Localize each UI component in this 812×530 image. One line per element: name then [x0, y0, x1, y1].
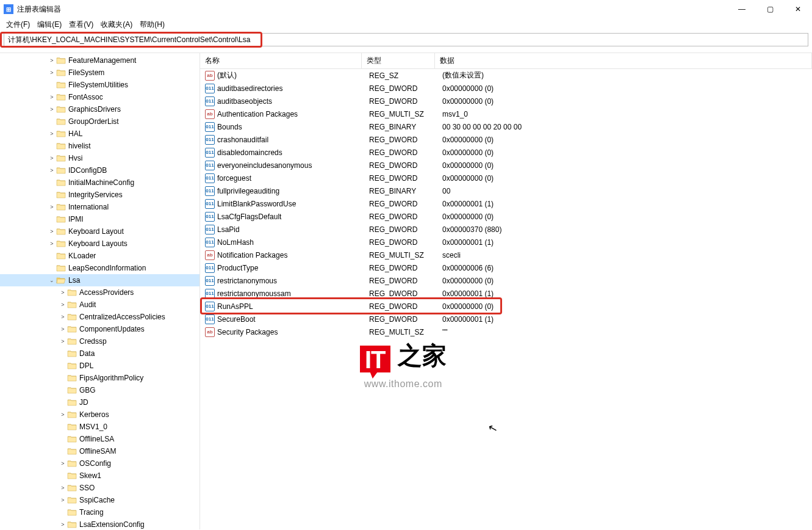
tree-item[interactable]: >Credssp	[0, 335, 200, 347]
chevron-right-icon[interactable]: >	[59, 521, 67, 528]
chevron-right-icon[interactable]: >	[59, 460, 67, 466]
chevron-down-icon[interactable]: ⌄	[48, 277, 56, 283]
tree-item[interactable]: OfflineLSA	[0, 433, 200, 445]
menu-view[interactable]: 查看(V)	[65, 18, 97, 31]
tree-item[interactable]: KLoader	[0, 250, 200, 262]
chevron-right-icon[interactable]: >	[48, 94, 56, 100]
column-header-name[interactable]: 名称	[200, 53, 362, 68]
tree-item[interactable]: ⌄Lsa	[0, 274, 200, 286]
tree-item[interactable]: GroupOrderList	[0, 115, 200, 128]
window-close-button[interactable]: ✕	[784, 0, 812, 18]
tree-item[interactable]: MSV1_0	[0, 421, 200, 433]
tree-item-label: ComponentUpdates	[79, 325, 145, 333]
tree-item[interactable]: >Keyboard Layouts	[0, 238, 200, 250]
tree-item[interactable]: >ComponentUpdates	[0, 323, 200, 335]
menu-file[interactable]: 文件(F)	[2, 18, 34, 31]
tree-item[interactable]: >Kerberos	[0, 408, 200, 421]
chevron-right-icon[interactable]: >	[59, 338, 67, 344]
registry-tree-pane[interactable]: >FeatureManagement>FileSystemFileSystemU…	[0, 53, 200, 529]
registry-values-pane[interactable]: 名称 类型 数据 ab(默认)REG_SZ(数值未设置)011auditbase…	[200, 53, 812, 529]
tree-item[interactable]: >FontAssoc	[0, 91, 200, 103]
chevron-right-icon[interactable]: >	[48, 106, 56, 112]
chevron-right-icon[interactable]: >	[59, 497, 67, 503]
chevron-right-icon[interactable]: >	[48, 57, 56, 64]
value-row[interactable]: ab(默认)REG_SZ(数值未设置)	[200, 69, 812, 82]
chevron-right-icon[interactable]: >	[59, 314, 67, 320]
tree-item[interactable]: >FeatureManagement	[0, 54, 200, 67]
value-row[interactable]: 011disabledomaincredsREG_DWORD0x00000000…	[200, 146, 812, 159]
tree-item[interactable]: FileSystemUtilities	[0, 79, 200, 91]
tree-item[interactable]: >SSO	[0, 482, 200, 494]
menu-edit[interactable]: 编辑(E)	[34, 18, 65, 31]
chevron-right-icon[interactable]: >	[48, 228, 56, 234]
value-row[interactable]: abNotification PackagesREG_MULTI_SZscecl…	[200, 249, 812, 261]
value-row[interactable]: 011ProductTypeREG_DWORD0x00000006 (6)	[200, 261, 812, 274]
tree-item[interactable]: GBG	[0, 384, 200, 396]
tree-item[interactable]: >CentralizedAccessPolicies	[0, 311, 200, 323]
chevron-right-icon[interactable]: >	[59, 302, 67, 308]
tree-item[interactable]: DPL	[0, 360, 200, 372]
chevron-right-icon[interactable]: >	[48, 241, 56, 247]
chevron-right-icon[interactable]: >	[48, 70, 56, 76]
tree-item[interactable]: >Keyboard Layout	[0, 225, 200, 238]
window-minimize-button[interactable]: —	[728, 0, 756, 18]
tree-item[interactable]: >SspiCache	[0, 494, 200, 506]
tree-item[interactable]: >HAL	[0, 128, 200, 140]
chevron-right-icon[interactable]: >	[48, 155, 56, 161]
chevron-right-icon[interactable]: >	[59, 485, 67, 491]
window-maximize-button[interactable]: ▢	[756, 0, 784, 18]
tree-item[interactable]: >FileSystem	[0, 67, 200, 79]
chevron-right-icon[interactable]: >	[48, 204, 56, 210]
folder-icon	[67, 313, 77, 321]
chevron-right-icon[interactable]: >	[59, 326, 67, 332]
value-row[interactable]: 011fullprivilegeauditingREG_BINARY00	[200, 184, 812, 197]
tree-item[interactable]: JD	[0, 396, 200, 408]
tree-item[interactable]: >IDConfigDB	[0, 164, 200, 176]
value-row[interactable]: 011forceguestREG_DWORD0x00000000 (0)	[200, 172, 812, 184]
column-header-data[interactable]: 数据	[435, 53, 812, 68]
tree-item[interactable]: OfflineSAM	[0, 445, 200, 457]
tree-item[interactable]: LeapSecondInformation	[0, 262, 200, 274]
value-row[interactable]: abAuthentication PackagesREG_MULTI_SZmsv…	[200, 107, 812, 120]
value-row[interactable]: 011LimitBlankPasswordUseREG_DWORD0x00000…	[200, 197, 812, 210]
tree-item[interactable]: >LsaExtensionConfig	[0, 518, 200, 529]
value-row[interactable]: 011NoLmHashREG_DWORD0x00000001 (1)	[200, 236, 812, 249]
chevron-right-icon[interactable]: >	[48, 167, 56, 173]
value-row[interactable]: abSecurity PackagesREG_MULTI_SZ""	[200, 325, 812, 338]
chevron-right-icon[interactable]: >	[48, 131, 56, 137]
tree-item[interactable]: >Hvsi	[0, 152, 200, 164]
tree-item[interactable]: IPMI	[0, 213, 200, 225]
tree-item[interactable]: >International	[0, 201, 200, 213]
chevron-right-icon[interactable]: >	[59, 289, 67, 296]
tree-item-label: OSConfig	[79, 459, 111, 468]
tree-item[interactable]: InitialMachineConfig	[0, 176, 200, 189]
value-row[interactable]: 011RunAsPPLREG_DWORD0x00000000 (0)	[200, 300, 812, 313]
tree-item[interactable]: Data	[0, 347, 200, 360]
tree-item[interactable]: IntegrityServices	[0, 189, 200, 201]
value-row[interactable]: 011restrictanonymoussamREG_DWORD0x000000…	[200, 287, 812, 300]
tree-item[interactable]: >GraphicsDrivers	[0, 103, 200, 115]
tree-item[interactable]: FipsAlgorithmPolicy	[0, 372, 200, 384]
value-row[interactable]: 011everyoneincludesanonymousREG_DWORD0x0…	[200, 159, 812, 172]
value-row[interactable]: 011restrictanonymousREG_DWORD0x00000000 …	[200, 274, 812, 287]
tree-item[interactable]: >AccessProviders	[0, 286, 200, 299]
tree-item[interactable]: >OSConfig	[0, 457, 200, 470]
folder-icon	[67, 361, 77, 370]
value-row[interactable]: 011SecureBootREG_DWORD0x00000001 (1)	[200, 313, 812, 325]
address-bar-input[interactable]	[4, 33, 808, 46]
value-row[interactable]: 011auditbasedirectoriesREG_DWORD0x000000…	[200, 82, 812, 95]
menu-favorites[interactable]: 收藏夹(A)	[97, 18, 136, 31]
tree-item[interactable]: hivelist	[0, 140, 200, 152]
menu-help[interactable]: 帮助(H)	[136, 18, 168, 31]
value-row[interactable]: 011crashonauditfailREG_DWORD0x00000000 (…	[200, 133, 812, 146]
value-row[interactable]: 011LsaPidREG_DWORD0x00000370 (880)	[200, 223, 812, 236]
tree-item[interactable]: Tracing	[0, 506, 200, 518]
value-row[interactable]: 011auditbaseobjectsREG_DWORD0x00000000 (…	[200, 95, 812, 107]
chevron-right-icon[interactable]: >	[59, 412, 67, 418]
tree-item[interactable]: Skew1	[0, 470, 200, 482]
folder-icon	[67, 471, 77, 480]
value-row[interactable]: 011BoundsREG_BINARY00 30 00 00 00 20 00 …	[200, 120, 812, 133]
value-row[interactable]: 011LsaCfgFlagsDefaultREG_DWORD0x00000000…	[200, 210, 812, 223]
column-header-type[interactable]: 类型	[362, 53, 435, 68]
tree-item[interactable]: >Audit	[0, 299, 200, 311]
